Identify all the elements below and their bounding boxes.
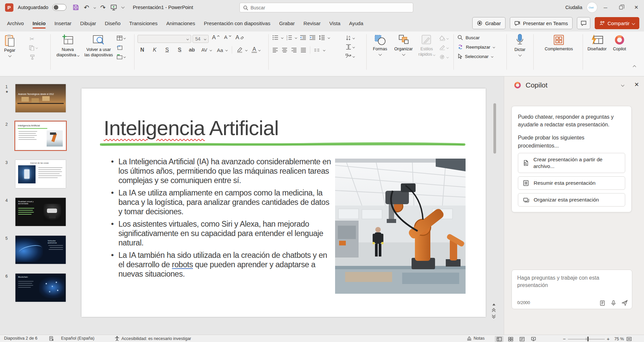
record-button[interactable]: Grabar: [472, 17, 505, 29]
slide-counter[interactable]: Diapositiva 2 de 6: [4, 336, 37, 341]
suggestion-create-from-file[interactable]: Crear presentación a partir de archivo..…: [518, 153, 625, 173]
find-button[interactable]: Buscar: [458, 35, 480, 40]
columns-chevron-icon[interactable]: [323, 49, 325, 51]
justify-icon[interactable]: [301, 48, 306, 53]
select-button[interactable]: Seleccionar: [458, 54, 493, 59]
editor-scrollbar[interactable]: [493, 81, 496, 316]
shape-fill-button[interactable]: [439, 36, 448, 41]
font-size-combobox[interactable]: 54: [193, 35, 209, 43]
slide-canvas[interactable]: Inteligencia Artificial •La Inteligencia…: [82, 89, 486, 317]
numbered-list-icon[interactable]: 123: [286, 35, 292, 40]
tab-vista[interactable]: Vista: [325, 16, 345, 30]
thumbnail-slide-6[interactable]: Blockchain: [15, 274, 66, 302]
tab-diseno[interactable]: Diseño: [101, 16, 125, 30]
zoom-slider[interactable]: [568, 337, 605, 341]
microphone-input-icon[interactable]: [610, 300, 616, 306]
language-indicator[interactable]: Español (España): [61, 336, 94, 341]
redo-icon[interactable]: ↷: [100, 4, 106, 11]
search-box[interactable]: [239, 3, 413, 12]
character-spacing-button[interactable]: AV: [200, 47, 208, 53]
quick-styles-button[interactable]: Estilosrápidos: [417, 34, 437, 57]
restore-button[interactable]: [613, 0, 629, 15]
copilot-button[interactable]: Copilot: [610, 34, 629, 52]
prompt-templates-icon[interactable]: [599, 300, 605, 306]
undo-chevron-icon[interactable]: [94, 6, 96, 8]
notes-toggle[interactable]: Notas: [467, 336, 485, 341]
scroll-up-arrow-icon[interactable]: [492, 303, 496, 306]
arrange-button[interactable]: Organizar: [392, 34, 415, 55]
shape-outline-button[interactable]: [439, 45, 448, 50]
reuse-slides-button[interactable]: Volver a usarlas diapositivas: [83, 34, 114, 58]
tab-archivo[interactable]: Archivo: [3, 16, 28, 30]
undo-icon[interactable]: ↶: [84, 4, 89, 11]
collapse-ribbon-chevron-icon[interactable]: [633, 65, 636, 69]
thumbnail-slide-5[interactable]: Vehículos autónomos: [15, 236, 66, 264]
tab-transiciones[interactable]: Transiciones: [125, 16, 162, 30]
next-slide-button[interactable]: [492, 315, 496, 319]
columns-icon[interactable]: [314, 48, 320, 53]
autosave-toggle[interactable]: [52, 4, 66, 11]
reset-slide-button[interactable]: [117, 45, 122, 50]
strikethrough-button[interactable]: ab: [188, 47, 196, 53]
slide-layout-button[interactable]: [117, 36, 125, 41]
align-text-button[interactable]: [345, 44, 355, 50]
replace-button[interactable]: Reemplazar: [458, 44, 495, 50]
normal-view-button[interactable]: [495, 336, 503, 342]
suggestion-summarize[interactable]: Resumir esta presentación: [518, 176, 625, 190]
powerpoint-app-icon[interactable]: P: [5, 3, 13, 12]
thumbnail-slide-4[interactable]: Realidad virtual y aumentada: [15, 198, 66, 226]
spacing-list-chevron-icon[interactable]: [328, 36, 330, 39]
tab-presentacion[interactable]: Presentación con diapositivas: [200, 16, 275, 30]
spacing-chevron-icon[interactable]: [210, 49, 212, 51]
bold-button[interactable]: N: [138, 47, 146, 53]
line-spacing-icon[interactable]: [319, 35, 325, 40]
bullet-list-icon[interactable]: [272, 35, 278, 40]
send-icon[interactable]: [622, 300, 628, 306]
increase-font-button[interactable]: A: [212, 34, 220, 41]
reading-view-button[interactable]: [518, 336, 526, 342]
qat-customize-chevron-icon[interactable]: [121, 5, 125, 9]
dictate-button[interactable]: Dictar: [509, 34, 531, 56]
fit-slide-to-window-icon[interactable]: [627, 337, 632, 341]
slide-title[interactable]: Inteligencia Artificial: [104, 116, 279, 140]
highlight-chevron-icon[interactable]: [245, 49, 248, 51]
search-input[interactable]: [251, 5, 395, 10]
close-button[interactable]: ✕: [629, 0, 644, 15]
copy-button[interactable]: [29, 45, 38, 51]
user-name[interactable]: Ciudalia: [565, 5, 582, 10]
italic-button[interactable]: K: [151, 47, 159, 53]
start-slideshow-icon[interactable]: [110, 4, 117, 11]
thumbnail-slide-1[interactable]: Avances Tecnológicos desde el 2012: [15, 84, 66, 112]
tab-dibujar[interactable]: Dibujar: [76, 16, 101, 30]
spellcheck-button[interactable]: [49, 336, 54, 341]
zoom-in-button[interactable]: +: [605, 336, 612, 342]
bullets-chevron-icon[interactable]: [281, 36, 283, 39]
scrollbar-thumb[interactable]: [493, 103, 496, 154]
tab-animaciones[interactable]: Animaciones: [162, 16, 200, 30]
text-shadow-button[interactable]: S: [175, 47, 183, 53]
text-direction-button[interactable]: A: [345, 35, 355, 41]
slide-sorter-view-button[interactable]: [506, 336, 515, 342]
copilot-input-box[interactable]: 0/2000: [512, 270, 632, 309]
underline-button[interactable]: S: [163, 47, 171, 53]
tab-grabar[interactable]: Grabar: [275, 16, 299, 30]
previous-slide-button[interactable]: [492, 308, 496, 312]
format-painter-button[interactable]: [30, 54, 35, 60]
case-chevron-icon[interactable]: [225, 49, 228, 51]
present-in-teams-button[interactable]: Presentar en Teams: [510, 17, 573, 29]
align-right-icon[interactable]: [291, 48, 297, 53]
align-left-icon[interactable]: [272, 48, 278, 53]
increase-indent-icon[interactable]: [309, 35, 316, 40]
zoom-slider-thumb[interactable]: [587, 337, 589, 341]
avatar[interactable]: Ciud: [587, 2, 597, 12]
change-case-button[interactable]: Aa: [216, 47, 224, 53]
shape-effects-button[interactable]: [439, 54, 448, 60]
addins-button[interactable]: Complementos: [537, 34, 581, 52]
tab-ayuda[interactable]: Ayuda: [345, 16, 368, 30]
new-slide-button[interactable]: Nuevadiapositiva: [54, 34, 82, 58]
green-marker-line[interactable]: [100, 141, 466, 147]
convert-smartart-button[interactable]: [345, 54, 355, 59]
font-color-button[interactable]: A: [252, 47, 257, 53]
section-button[interactable]: [117, 54, 125, 59]
numbering-chevron-icon[interactable]: [295, 36, 297, 39]
